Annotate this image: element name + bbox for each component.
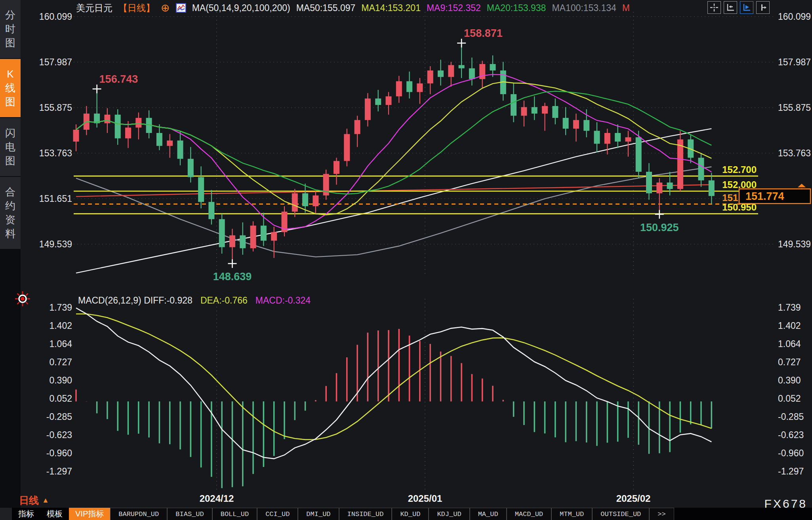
price-axis-label-left: 155.875	[39, 102, 72, 113]
price-annotation-148.639: 148.639	[213, 259, 252, 283]
ma-line-ma50	[76, 129, 711, 273]
sidebar-item-2[interactable]: 闪电图	[0, 118, 21, 176]
last-price-value: 151.774	[745, 190, 784, 202]
price-axis-label-right: 160.099	[778, 11, 811, 22]
axis-scale-left-icon	[726, 3, 735, 12]
bottom-tab-9[interactable]: KD_UD	[392, 508, 429, 520]
bottom-tab-15[interactable]: >>	[649, 508, 674, 520]
bottom-tab-10[interactable]: KDJ_UD	[429, 508, 469, 520]
macd-legend-item-2: MACD:-0.324	[255, 295, 311, 306]
date-label-2025/01: 2025/01	[408, 493, 442, 504]
bottom-tab-13[interactable]: MTM_UD	[551, 508, 592, 520]
legend-item-8: M	[622, 3, 630, 13]
bottom-tab-3[interactable]: BARUPDN_UD	[110, 508, 167, 520]
legend-item-4: MA14:153.201	[361, 3, 421, 13]
price-axis-label-left: 157.987	[39, 57, 72, 67]
indicator-tabbar: 指标模板VIP指标BARUPDN_UDBIAS_UDBOLL_UDCCI_UDD…	[0, 508, 812, 520]
macd-axis-label-left: 1.064	[49, 339, 72, 349]
macd-axis-label-left: -0.623	[46, 430, 72, 440]
pan-right-icon	[758, 3, 768, 12]
bottom-tab-14[interactable]: OUTSIDE_UD	[592, 508, 649, 520]
target-icon[interactable]: ⊕	[161, 3, 170, 13]
bottom-tab-0[interactable]: 指标	[12, 508, 40, 520]
bottom-tab-8[interactable]: INSIDE_UD	[339, 508, 392, 520]
macd-axis-label-left: 0.390	[49, 375, 72, 385]
sidebar: 分时图K线图闪电图合约资料	[0, 0, 21, 520]
sidebar-item-char: 资	[5, 213, 15, 227]
sidebar-item-char: 闪	[5, 126, 15, 140]
bottom-tab-7[interactable]: DMI_UD	[298, 508, 339, 520]
macd-axis-label-right: 0.727	[778, 357, 801, 367]
axis-scale-play-button[interactable]	[740, 1, 753, 14]
period-label: 日线	[19, 494, 39, 507]
bottom-tab-12[interactable]: MACD_UD	[507, 508, 551, 520]
price-axis-label-left: 149.539	[39, 239, 72, 249]
chart-toolbar	[707, 1, 770, 14]
macd-axis-label-left: 0.727	[49, 357, 72, 367]
macd-axis-label-right: 0.052	[778, 393, 801, 404]
legend-item-1: 【日线】	[118, 2, 155, 14]
svg-text:158.871: 158.871	[464, 27, 503, 39]
tabbar-corner	[0, 508, 12, 520]
crosshair-icon	[709, 3, 719, 12]
macd-legend-item-0: MACD(26,12,9) DIFF:-0.928	[78, 295, 193, 306]
macd-indicator-chart[interactable]: 1.7391.7391.4021.4021.0641.0640.7270.727…	[21, 293, 812, 509]
macd-axis-label-left: 1.739	[49, 302, 72, 313]
price-axis-label-right: 155.875	[778, 102, 811, 113]
price-axis-label-right: 157.987	[778, 57, 811, 67]
sidebar-item-char: 图	[5, 95, 15, 109]
macd-diff-line	[76, 308, 711, 459]
bottom-tab-4[interactable]: BIAS_UD	[167, 508, 212, 520]
sidebar-item-1[interactable]: K线图	[0, 59, 21, 117]
sidebar-item-char: K	[7, 67, 13, 81]
legend-item-7: MA100:153.134	[552, 3, 616, 13]
ma-line-ma100	[76, 167, 711, 257]
axis-scale-left-button[interactable]	[724, 1, 737, 14]
svg-text:148.639: 148.639	[213, 271, 252, 283]
price-axis-label-left: 160.099	[39, 11, 72, 22]
bottom-tab-1[interactable]: 模板	[40, 508, 69, 520]
macd-axis-label-left: 1.402	[49, 321, 72, 331]
bottom-tab-5[interactable]: BOLL_UD	[212, 508, 257, 520]
candles-layer[interactable]	[73, 43, 715, 264]
sidebar-item-char: 图	[5, 154, 15, 168]
sidebar-item-char: 时	[5, 22, 15, 36]
legend-item-3: MA50:155.097	[296, 3, 356, 13]
macd-axis-label-left: -0.285	[46, 412, 72, 422]
macd-axis-label-right: -1.297	[778, 466, 804, 476]
macd-axis-label-right: 0.390	[778, 375, 801, 385]
sidebar-item-3[interactable]: 合约资料	[0, 177, 21, 249]
macd-axis-label-right: 1.739	[778, 302, 801, 313]
sidebar-item-char: 合	[5, 185, 15, 199]
trading-app: 分时图K线图闪电图合约资料 美元日元【日线】⊕MA(50,14,9,20,100…	[0, 0, 812, 520]
macd-axis-label-right: -0.960	[778, 448, 804, 458]
legend-item-0: 美元日元	[76, 2, 112, 14]
pan-right-button[interactable]	[756, 1, 770, 14]
macd-axis-label-right: -0.285	[778, 412, 804, 422]
macd-histogram	[76, 329, 711, 488]
sidebar-item-char: 料	[5, 227, 15, 241]
date-label-2025/02: 2025/02	[616, 493, 651, 504]
bottom-tab-6[interactable]: CCI_UD	[257, 508, 298, 520]
macd-axis-label-right: -0.623	[778, 430, 804, 440]
price-axis-label-right: 149.539	[778, 239, 811, 249]
level-label-152.700: 152.700	[722, 164, 757, 175]
period-up-arrow-icon: ▲	[42, 496, 49, 505]
crosshair-tool-button[interactable]	[707, 1, 721, 14]
bottom-tab-2[interactable]: VIP指标	[69, 508, 110, 520]
main-candlestick-chart[interactable]: 160.099160.099157.987157.987155.875155.8…	[21, 0, 812, 293]
sidebar-item-0[interactable]: 分时图	[0, 0, 21, 58]
ma-line-ma14	[76, 82, 711, 215]
alert-starburst-icon[interactable]	[14, 290, 31, 307]
sidebar-item-char: 电	[5, 140, 15, 154]
svg-text:150.925: 150.925	[640, 222, 679, 233]
period-selector[interactable]: 日线 ▲	[19, 494, 49, 507]
legend-item-6: MA20:153.938	[487, 3, 546, 13]
price-annotation-158.871: 158.871	[457, 27, 503, 47]
main-chart-legend: 美元日元【日线】⊕MA(50,14,9,20,100,200)MA50:155.…	[76, 2, 630, 14]
macd-axis-label-left: -0.960	[46, 448, 72, 458]
bottom-tab-11[interactable]: MA_UD	[470, 508, 507, 520]
mini-chart-icon[interactable]	[176, 3, 186, 13]
macd-axis-label-right: 1.402	[778, 321, 801, 331]
legend-item-5: MA9:152.352	[427, 3, 481, 13]
